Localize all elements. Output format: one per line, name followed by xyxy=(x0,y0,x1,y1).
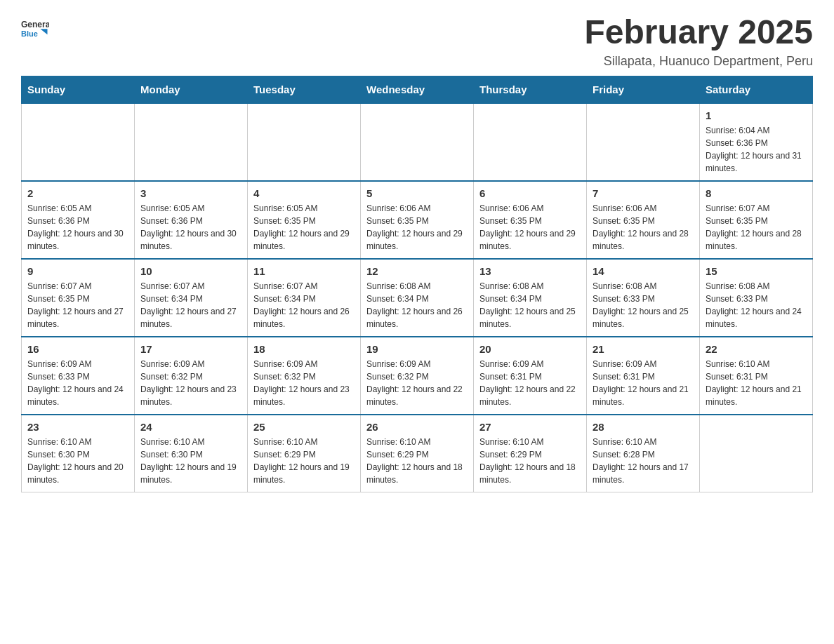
calendar-cell: 14Sunrise: 6:08 AMSunset: 6:33 PMDayligh… xyxy=(587,259,700,337)
calendar-cell xyxy=(474,103,587,181)
day-info: Sunrise: 6:09 AMSunset: 6:33 PMDaylight:… xyxy=(27,358,128,408)
day-info: Sunrise: 6:09 AMSunset: 6:32 PMDaylight:… xyxy=(140,358,241,408)
header-thursday: Thursday xyxy=(474,76,587,103)
day-number: 28 xyxy=(593,421,694,433)
day-info: Sunrise: 6:10 AMSunset: 6:31 PMDaylight:… xyxy=(706,358,807,408)
calendar-table: Sunday Monday Tuesday Wednesday Thursday… xyxy=(21,76,813,492)
day-number: 16 xyxy=(27,343,128,355)
header-monday: Monday xyxy=(135,76,248,103)
calendar-cell: 1Sunrise: 6:04 AMSunset: 6:36 PMDaylight… xyxy=(700,103,813,181)
calendar-cell: 28Sunrise: 6:10 AMSunset: 6:28 PMDayligh… xyxy=(587,415,700,492)
day-number: 25 xyxy=(253,421,355,433)
day-info: Sunrise: 6:10 AMSunset: 6:29 PMDaylight:… xyxy=(366,436,468,486)
calendar-cell: 20Sunrise: 6:09 AMSunset: 6:31 PMDayligh… xyxy=(474,337,587,415)
day-number: 5 xyxy=(366,187,468,199)
day-info: Sunrise: 6:08 AMSunset: 6:33 PMDaylight:… xyxy=(706,280,807,330)
day-info: Sunrise: 6:10 AMSunset: 6:30 PMDaylight:… xyxy=(27,436,128,486)
day-number: 12 xyxy=(366,265,468,277)
day-info: Sunrise: 6:08 AMSunset: 6:34 PMDaylight:… xyxy=(479,280,581,330)
day-info: Sunrise: 6:05 AMSunset: 6:36 PMDaylight:… xyxy=(27,202,128,253)
logo: General Blue xyxy=(21,14,49,43)
calendar-cell: 9Sunrise: 6:07 AMSunset: 6:35 PMDaylight… xyxy=(22,259,135,337)
day-number: 26 xyxy=(366,421,468,433)
page-header: General Blue February 2025 Sillapata, Hu… xyxy=(21,14,813,69)
day-info: Sunrise: 6:07 AMSunset: 6:34 PMDaylight:… xyxy=(140,280,241,330)
calendar-week-row: 1Sunrise: 6:04 AMSunset: 6:36 PMDaylight… xyxy=(22,103,813,181)
day-info: Sunrise: 6:05 AMSunset: 6:35 PMDaylight:… xyxy=(253,202,355,253)
day-info: Sunrise: 6:08 AMSunset: 6:33 PMDaylight:… xyxy=(593,280,694,330)
calendar-cell: 8Sunrise: 6:07 AMSunset: 6:35 PMDaylight… xyxy=(700,181,813,259)
day-number: 14 xyxy=(593,265,694,277)
calendar-cell: 6Sunrise: 6:06 AMSunset: 6:35 PMDaylight… xyxy=(474,181,587,259)
day-number: 13 xyxy=(479,265,581,277)
header-saturday: Saturday xyxy=(700,76,813,103)
day-number: 15 xyxy=(706,265,807,277)
day-info: Sunrise: 6:07 AMSunset: 6:35 PMDaylight:… xyxy=(27,280,128,330)
calendar-cell: 18Sunrise: 6:09 AMSunset: 6:32 PMDayligh… xyxy=(248,337,361,415)
day-number: 3 xyxy=(140,187,241,199)
day-info: Sunrise: 6:10 AMSunset: 6:30 PMDaylight:… xyxy=(140,436,241,486)
calendar-cell xyxy=(587,103,700,181)
calendar-cell: 11Sunrise: 6:07 AMSunset: 6:34 PMDayligh… xyxy=(248,259,361,337)
day-info: Sunrise: 6:10 AMSunset: 6:29 PMDaylight:… xyxy=(253,436,355,486)
day-info: Sunrise: 6:04 AMSunset: 6:36 PMDaylight:… xyxy=(706,124,807,175)
logo-svg: General Blue xyxy=(21,14,49,43)
header-tuesday: Tuesday xyxy=(248,76,361,103)
day-number: 23 xyxy=(27,421,128,433)
day-info: Sunrise: 6:08 AMSunset: 6:34 PMDaylight:… xyxy=(366,280,468,330)
day-number: 21 xyxy=(593,343,694,355)
day-number: 9 xyxy=(27,265,128,277)
day-info: Sunrise: 6:06 AMSunset: 6:35 PMDaylight:… xyxy=(479,202,581,253)
svg-text:General: General xyxy=(21,20,49,29)
calendar-week-row: 23Sunrise: 6:10 AMSunset: 6:30 PMDayligh… xyxy=(22,415,813,492)
day-number: 24 xyxy=(140,421,241,433)
day-info: Sunrise: 6:09 AMSunset: 6:31 PMDaylight:… xyxy=(593,358,694,408)
header-sunday: Sunday xyxy=(22,76,135,103)
day-number: 18 xyxy=(253,343,355,355)
month-title: February 2025 xyxy=(584,14,813,51)
day-number: 10 xyxy=(140,265,241,277)
calendar-cell xyxy=(361,103,474,181)
calendar-week-row: 2Sunrise: 6:05 AMSunset: 6:36 PMDaylight… xyxy=(22,181,813,259)
calendar-cell: 3Sunrise: 6:05 AMSunset: 6:36 PMDaylight… xyxy=(135,181,248,259)
day-number: 2 xyxy=(27,187,128,199)
day-number: 27 xyxy=(479,421,581,433)
day-number: 1 xyxy=(706,109,807,121)
calendar-cell: 17Sunrise: 6:09 AMSunset: 6:32 PMDayligh… xyxy=(135,337,248,415)
calendar-cell xyxy=(135,103,248,181)
day-number: 8 xyxy=(706,187,807,199)
day-number: 22 xyxy=(706,343,807,355)
day-info: Sunrise: 6:10 AMSunset: 6:28 PMDaylight:… xyxy=(593,436,694,486)
calendar-cell: 10Sunrise: 6:07 AMSunset: 6:34 PMDayligh… xyxy=(135,259,248,337)
calendar-header: Sunday Monday Tuesday Wednesday Thursday… xyxy=(22,76,813,103)
day-number: 17 xyxy=(140,343,241,355)
calendar-cell: 12Sunrise: 6:08 AMSunset: 6:34 PMDayligh… xyxy=(361,259,474,337)
calendar-body: 1Sunrise: 6:04 AMSunset: 6:36 PMDaylight… xyxy=(22,103,813,492)
day-number: 20 xyxy=(479,343,581,355)
calendar-cell: 23Sunrise: 6:10 AMSunset: 6:30 PMDayligh… xyxy=(22,415,135,492)
day-number: 7 xyxy=(593,187,694,199)
calendar-week-row: 9Sunrise: 6:07 AMSunset: 6:35 PMDaylight… xyxy=(22,259,813,337)
day-info: Sunrise: 6:07 AMSunset: 6:34 PMDaylight:… xyxy=(253,280,355,330)
calendar-week-row: 16Sunrise: 6:09 AMSunset: 6:33 PMDayligh… xyxy=(22,337,813,415)
day-number: 6 xyxy=(479,187,581,199)
calendar-cell: 15Sunrise: 6:08 AMSunset: 6:33 PMDayligh… xyxy=(700,259,813,337)
header-friday: Friday xyxy=(587,76,700,103)
calendar-cell: 16Sunrise: 6:09 AMSunset: 6:33 PMDayligh… xyxy=(22,337,135,415)
calendar-cell xyxy=(22,103,135,181)
calendar-cell: 27Sunrise: 6:10 AMSunset: 6:29 PMDayligh… xyxy=(474,415,587,492)
day-number: 4 xyxy=(253,187,355,199)
calendar-cell: 22Sunrise: 6:10 AMSunset: 6:31 PMDayligh… xyxy=(700,337,813,415)
calendar-cell: 7Sunrise: 6:06 AMSunset: 6:35 PMDaylight… xyxy=(587,181,700,259)
day-info: Sunrise: 6:09 AMSunset: 6:31 PMDaylight:… xyxy=(479,358,581,408)
calendar-cell: 5Sunrise: 6:06 AMSunset: 6:35 PMDaylight… xyxy=(361,181,474,259)
calendar-cell: 13Sunrise: 6:08 AMSunset: 6:34 PMDayligh… xyxy=(474,259,587,337)
calendar-cell: 26Sunrise: 6:10 AMSunset: 6:29 PMDayligh… xyxy=(361,415,474,492)
calendar-cell: 2Sunrise: 6:05 AMSunset: 6:36 PMDaylight… xyxy=(22,181,135,259)
day-info: Sunrise: 6:05 AMSunset: 6:36 PMDaylight:… xyxy=(140,202,241,253)
day-number: 11 xyxy=(253,265,355,277)
day-info: Sunrise: 6:09 AMSunset: 6:32 PMDaylight:… xyxy=(366,358,468,408)
calendar-cell xyxy=(700,415,813,492)
day-info: Sunrise: 6:09 AMSunset: 6:32 PMDaylight:… xyxy=(253,358,355,408)
weekday-header-row: Sunday Monday Tuesday Wednesday Thursday… xyxy=(22,76,813,103)
